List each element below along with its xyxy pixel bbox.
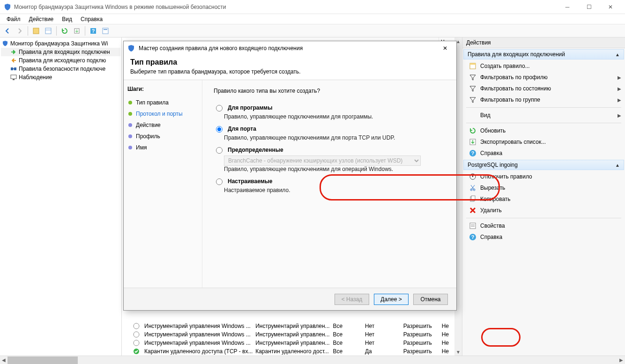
action-item--[interactable]: Свойства <box>462 220 625 231</box>
rule-row[interactable]: Карантин удаленного доступа (TCP - вх...… <box>133 347 454 356</box>
monitor-icon <box>10 74 17 81</box>
option-label: Для программы <box>228 104 272 111</box>
action-item--[interactable]: Удалить <box>462 205 625 216</box>
rule-row[interactable]: Инструментарий управления Windows ...Инс… <box>133 330 454 339</box>
nav-forward-button[interactable] <box>14 25 25 37</box>
rule-status-icon <box>133 331 140 338</box>
rule-profile: Все <box>330 348 362 355</box>
action-item--[interactable]: Фильтровать по профилю▶ <box>462 72 625 83</box>
wizard-header-subtitle: Выберите тип правила брандмауэра, которо… <box>130 68 450 75</box>
step-dot-icon <box>128 112 132 116</box>
hscroll-right[interactable]: ▶ <box>618 357 625 363</box>
action-item--[interactable]: Вид▶ <box>462 110 625 121</box>
toolbar-refresh-icon[interactable] <box>59 25 70 37</box>
minimize-button[interactable]: ─ <box>557 0 578 14</box>
action-item--[interactable]: ?Справка <box>462 148 625 159</box>
step-label: Профиль <box>136 133 160 140</box>
rule-status-icon <box>133 340 140 346</box>
help-icon: ? <box>469 149 476 157</box>
toolbar-list-icon[interactable] <box>43 25 54 37</box>
rule-last: Не <box>439 331 454 338</box>
tree-connection-security[interactable]: Правила безопасности подключе <box>1 65 120 73</box>
separator <box>466 123 621 123</box>
horizontal-scrollbar[interactable]: ◀ ▶ <box>0 356 625 364</box>
action-item--[interactable]: Создать правило... <box>462 60 625 72</box>
hscroll-thumb[interactable] <box>7 357 78 364</box>
action-item--[interactable]: Фильтровать по группе▶ <box>462 94 625 105</box>
chevron-right-icon: ▶ <box>618 86 621 91</box>
wizard-step--[interactable]: Тип правила <box>127 97 198 108</box>
rule-group: Инструментарий управлен... <box>253 340 330 346</box>
rule-enabled: Нет <box>362 340 401 346</box>
radio-custom[interactable] <box>216 178 223 185</box>
wizard-cancel-button[interactable]: Отмена <box>413 294 448 305</box>
toolbar-help-icon[interactable]: ? <box>88 25 99 37</box>
radio-port[interactable] <box>216 126 223 133</box>
rule-row[interactable]: Инструментарий управления Windows ...Инс… <box>133 339 454 347</box>
rule-action: Разрешить <box>401 331 439 338</box>
step-dot-icon <box>128 123 132 127</box>
wizard-steps-header: Шаги: <box>127 86 198 92</box>
actions-section-inbound[interactable]: Правила для входящих подключений ▲ <box>463 49 624 59</box>
menu-view[interactable]: Вид <box>58 15 76 23</box>
actions-section-rule[interactable]: PostgreSQL ingoing ▲ <box>463 160 624 170</box>
nav-back-button[interactable] <box>2 25 13 37</box>
radio-program[interactable] <box>216 105 223 111</box>
close-button[interactable]: ✕ <box>600 0 621 14</box>
svg-rect-9 <box>14 67 16 70</box>
option-port[interactable]: Для порта <box>214 125 445 133</box>
action-item--[interactable]: Вырезать <box>462 182 625 193</box>
action-item--[interactable]: ?Справка <box>462 231 625 243</box>
wizard-step--[interactable]: Протокол и порты <box>127 108 198 119</box>
menu-file[interactable]: Файл <box>3 15 24 23</box>
action-item--[interactable]: Копировать <box>462 193 625 205</box>
refresh-icon <box>469 127 476 134</box>
actions-header: Действия <box>462 37 625 48</box>
wizard-step--[interactable]: Действие <box>127 119 198 131</box>
menu-help[interactable]: Справка <box>77 15 106 23</box>
svg-rect-6 <box>103 28 108 34</box>
svg-rect-26 <box>471 196 475 201</box>
tree-monitoring[interactable]: Наблюдение <box>1 73 120 82</box>
toolbar-props-icon[interactable] <box>100 25 111 37</box>
action-label: Создать правило... <box>480 63 530 69</box>
predefined-select[interactable]: BranchCache - обнаружение кэширующих узл… <box>224 156 421 166</box>
tree-outbound-rules[interactable]: Правила для исходящего подклю <box>1 56 120 65</box>
scroll-down-arrow[interactable]: ▼ <box>454 348 462 356</box>
maximize-button[interactable]: ☐ <box>578 0 600 14</box>
rule-status-icon <box>133 348 140 355</box>
rule-enabled: Да <box>362 348 401 355</box>
wizard-step--[interactable]: Имя <box>127 142 198 153</box>
option-program[interactable]: Для программы <box>214 104 445 111</box>
hscroll-track[interactable] <box>7 357 618 364</box>
wizard-next-button[interactable]: Далее > <box>374 294 409 305</box>
hscroll-left[interactable]: ◀ <box>0 357 7 363</box>
radio-predefined[interactable] <box>216 147 223 154</box>
action-label: Справка <box>480 150 502 156</box>
rule-name: Инструментарий управления Windows ... <box>141 340 253 346</box>
separator <box>466 107 621 108</box>
action-item--[interactable]: Экспортировать список... <box>462 136 625 148</box>
option-predefined[interactable]: Предопределенные <box>214 146 445 154</box>
option-custom[interactable]: Настраиваемые <box>214 177 445 185</box>
toolbar-panel-icon[interactable] <box>30 25 42 37</box>
toolbar: ? <box>0 24 625 37</box>
toolbar-export-icon[interactable] <box>71 25 82 37</box>
action-item--[interactable]: Отключить правило <box>462 171 625 182</box>
tree-inbound-rules[interactable]: Правила для входящих подключен <box>1 48 120 56</box>
wizard-close-button[interactable]: ✕ <box>438 42 453 55</box>
action-item--[interactable]: Обновить <box>462 125 625 136</box>
rule-row[interactable]: Инструментарий управления Windows ...Инс… <box>133 322 454 330</box>
action-item--[interactable]: Фильтровать по состоянию▶ <box>462 83 625 94</box>
copy-icon <box>469 195 476 203</box>
wizard-step--[interactable]: Профиль <box>127 131 198 142</box>
wizard-back-button[interactable]: < Назад <box>335 294 369 305</box>
props-icon <box>469 222 476 230</box>
delete-icon <box>469 207 476 214</box>
tree-root[interactable]: Монитор брандмауэра Защитника Wi <box>1 39 120 48</box>
option-desc: Настраиваемое правило. <box>224 187 445 193</box>
app-icon <box>4 3 11 11</box>
inbound-icon <box>10 49 17 55</box>
wizard-header-title: Тип правила <box>130 58 450 67</box>
menu-action[interactable]: Действие <box>25 15 58 23</box>
